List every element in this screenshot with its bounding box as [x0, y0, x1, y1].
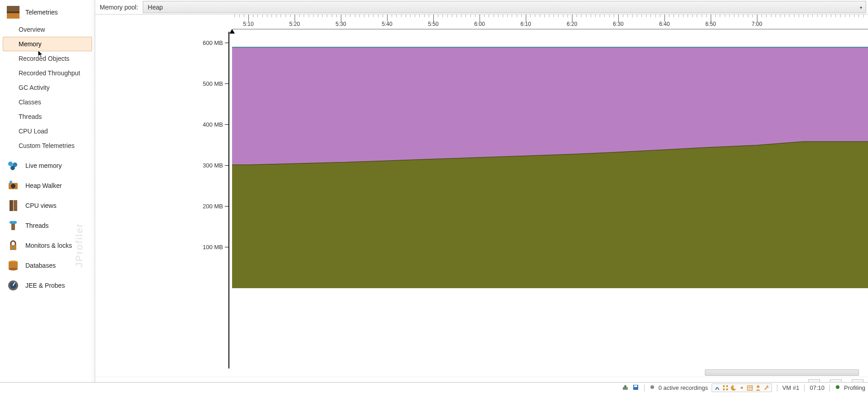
- svg-rect-1: [7, 12, 19, 19]
- sidebar-cat-heap-walker[interactable]: Heap Walker: [0, 176, 95, 196]
- memory-pool-value: Heap: [148, 4, 163, 11]
- svg-rect-10: [14, 200, 17, 211]
- time-tick-label: 6:00: [474, 21, 485, 27]
- sidebar-cat-label: Heap Walker: [25, 182, 62, 189]
- sidebar-item-custom-telemetries[interactable]: Custom Telemetries: [3, 138, 92, 153]
- time-tick-label: 5:20: [289, 21, 300, 27]
- time-tick-label: 6:20: [567, 21, 577, 27]
- time-tick-label: 7:00: [752, 21, 762, 27]
- status-vm: VM #1: [782, 384, 800, 391]
- svg-rect-9: [10, 200, 13, 211]
- sidebar-cat-monitors-locks[interactable]: Monitors & locks: [0, 236, 95, 255]
- live-memory-icon: [6, 159, 20, 172]
- svg-rect-2: [7, 11, 19, 13]
- status-state-icon: [835, 384, 840, 391]
- sidebar-cat-label: Monitors & locks: [25, 242, 72, 249]
- sidebar-cat-label: Live memory: [25, 162, 62, 169]
- status-dot-icon: [650, 384, 655, 391]
- databases-icon: [6, 259, 20, 272]
- y-tick-label: 100 MB: [203, 244, 223, 251]
- sidebar-item-cpu-load[interactable]: CPU Load: [3, 124, 92, 138]
- chart-horizontal-scrollbar[interactable]: [232, 368, 868, 377]
- sidebar-cat-jee-probes[interactable]: JEE & Probes: [0, 275, 95, 295]
- threads-icon: [6, 219, 20, 232]
- status-recordings: 0 active recordings: [659, 384, 708, 391]
- time-tick-label: 5:30: [335, 21, 346, 27]
- svg-rect-33: [634, 385, 637, 387]
- status-time: 07:10: [810, 384, 824, 391]
- y-tick-label: 500 MB: [203, 80, 223, 87]
- time-tick-label: 5:50: [428, 21, 438, 27]
- time-tick-label: 6:30: [613, 21, 623, 27]
- status-record-dot-icon: [738, 384, 745, 391]
- svg-point-17: [9, 268, 18, 270]
- svg-rect-11: [10, 221, 17, 224]
- chevron-down-icon: ▾: [860, 5, 862, 10]
- status-calendar-icon: [747, 384, 753, 391]
- monitors-locks-icon: [6, 239, 20, 252]
- svg-point-45: [836, 385, 839, 389]
- status-grid-icon: [722, 384, 729, 391]
- status-state: Profiling: [844, 384, 865, 391]
- scrollbar-thumb[interactable]: [705, 369, 859, 376]
- sidebar-cat-label: JEE & Probes: [25, 282, 65, 289]
- svg-rect-36: [726, 385, 728, 387]
- status-probe-icon: [714, 384, 721, 391]
- svg-point-3: [8, 162, 13, 166]
- sidebar-item-gc-activity[interactable]: GC Activity: [3, 80, 92, 95]
- sidebar-item-recorded-throughput[interactable]: Recorded Throughput: [3, 66, 92, 80]
- y-tick-label: 400 MB: [203, 121, 223, 128]
- status-bar: 0 active recordings VM #1 07:10 Profilin…: [0, 382, 868, 393]
- time-tick-label: 6:50: [705, 21, 716, 27]
- sidebar-cat-telemetries[interactable]: Telemetries: [0, 2, 95, 22]
- status-wrench-icon: [763, 384, 770, 391]
- svg-point-7: [11, 184, 15, 188]
- sidebar-cat-databases[interactable]: Databases: [0, 255, 95, 275]
- sidebar-cat-label: Telemetries: [25, 9, 58, 16]
- time-tick-label: 5:40: [382, 21, 392, 27]
- status-moon-icon: [730, 384, 737, 391]
- svg-point-34: [650, 385, 654, 389]
- cpu-views-icon: [6, 199, 20, 212]
- chart-area[interactable]: 600 MB500 MB400 MB300 MB200 MB100 MB: [95, 29, 868, 368]
- sidebar-cat-cpu-views[interactable]: CPU views: [0, 196, 95, 216]
- sidebar: Telemetries Overview Memory Recorded Obj…: [0, 0, 95, 393]
- jee-probes-icon: [6, 279, 20, 292]
- status-save-icon[interactable]: [632, 384, 639, 392]
- chart-plot[interactable]: [232, 29, 868, 368]
- status-user-icon: [755, 384, 761, 391]
- y-tick-label: 600 MB: [203, 39, 223, 46]
- svg-point-39: [741, 387, 743, 389]
- sidebar-cat-label: CPU views: [25, 202, 56, 209]
- svg-point-8: [10, 181, 12, 183]
- sidebar-item-recorded-objects[interactable]: Recorded Objects: [3, 51, 92, 66]
- main-panel: Memory pool: Heap ▾ 5:105:205:305:405:50…: [95, 0, 868, 393]
- status-export-icon[interactable]: [622, 384, 629, 392]
- svg-rect-40: [747, 386, 752, 390]
- memory-pool-bar: Memory pool: Heap ▾: [95, 0, 868, 15]
- svg-rect-0: [7, 6, 19, 12]
- sidebar-cat-threads[interactable]: Threads: [0, 216, 95, 236]
- sidebar-cat-label: Threads: [25, 222, 48, 229]
- svg-rect-35: [723, 385, 725, 387]
- time-tick-label: 6:40: [659, 21, 669, 27]
- sidebar-item-threads[interactable]: Threads: [3, 109, 92, 124]
- sidebar-item-classes[interactable]: Classes: [3, 95, 92, 109]
- time-axis: 5:105:205:305:405:506:006:106:206:306:40…: [232, 15, 868, 29]
- time-tick-label: 6:10: [520, 21, 531, 27]
- memory-pool-select[interactable]: Heap ▾: [143, 1, 866, 13]
- sidebar-item-memory[interactable]: Memory: [3, 37, 92, 51]
- sidebar-cat-live-memory[interactable]: Live memory: [0, 156, 95, 176]
- svg-rect-37: [723, 388, 725, 390]
- svg-rect-14: [13, 247, 14, 249]
- y-axis: 600 MB500 MB400 MB300 MB200 MB100 MB: [95, 29, 232, 368]
- sidebar-item-overview[interactable]: Overview: [3, 22, 92, 37]
- y-tick-label: 300 MB: [203, 162, 223, 169]
- status-probe-iconbar[interactable]: [712, 383, 772, 392]
- sidebar-cat-label: Databases: [25, 262, 56, 269]
- svg-rect-38: [726, 388, 728, 390]
- svg-point-5: [10, 166, 15, 170]
- svg-rect-12: [11, 224, 15, 230]
- y-axis-line: [228, 32, 229, 368]
- y-tick-label: 200 MB: [203, 203, 223, 210]
